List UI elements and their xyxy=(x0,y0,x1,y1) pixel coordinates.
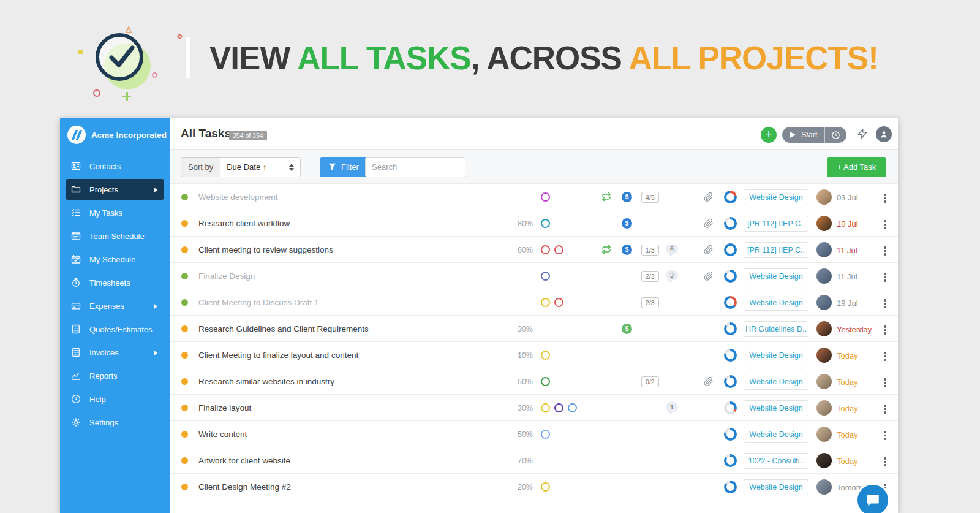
project-chip[interactable]: Website Design xyxy=(744,189,809,205)
table-row[interactable]: Client meeting to review suggestions 60%… xyxy=(170,237,898,263)
sidebar-item-contacts[interactable]: Contacts xyxy=(66,156,164,177)
project-chip[interactable]: Website Design xyxy=(744,348,809,363)
task-title[interactable]: Finalize layout xyxy=(198,403,251,412)
task-title[interactable]: Research client workflow xyxy=(198,219,290,228)
table-row[interactable]: Research Guidelines and Client Requireme… xyxy=(170,316,898,342)
task-title[interactable]: Artwork for client website xyxy=(198,456,290,465)
search-input[interactable] xyxy=(372,162,480,172)
table-row[interactable]: Write content 50% $ Website Design Today xyxy=(170,421,898,447)
sidebar-item-quotes-estimates[interactable]: Quotes/Estimates xyxy=(66,319,164,340)
row-menu-button[interactable] xyxy=(880,323,890,337)
expenses-icon xyxy=(71,301,81,311)
task-title[interactable]: Research Guidelines and Client Requireme… xyxy=(198,324,369,333)
sidebar-item-settings[interactable]: Settings xyxy=(66,412,164,433)
avatar[interactable] xyxy=(816,189,832,205)
table-row[interactable]: Finalize layout 30% $ 1 Website Design T… xyxy=(170,395,898,421)
chevron-right-icon xyxy=(153,349,158,358)
avatar[interactable] xyxy=(816,374,832,389)
avatar[interactable] xyxy=(816,321,832,336)
project-chip[interactable]: 1022 - Consulti.. xyxy=(744,453,809,469)
table-row[interactable]: Website development $ 4/5 Website Design… xyxy=(170,184,898,210)
project-chip[interactable]: Website Design xyxy=(744,268,809,284)
task-title[interactable]: Client Design Meeting #2 xyxy=(198,482,291,492)
task-title[interactable]: Research similar websites in industry xyxy=(198,377,334,386)
checkmark-logo xyxy=(91,29,158,94)
avatar[interactable] xyxy=(816,479,832,495)
sidebar-item-help[interactable]: Help xyxy=(66,389,164,409)
row-menu-button[interactable] xyxy=(880,349,890,363)
play-icon[interactable] xyxy=(790,132,796,138)
my-tasks-icon xyxy=(71,208,81,218)
project-chip[interactable]: Website Design xyxy=(744,479,809,495)
timesheets-icon xyxy=(71,278,81,287)
table-row[interactable]: Research client workflow 80% $ [PR 112] … xyxy=(170,210,898,237)
sidebar-item-expenses[interactable]: Expenses xyxy=(66,295,164,316)
task-title[interactable]: Website development xyxy=(198,192,278,202)
brand[interactable]: Acme Incorporated xyxy=(67,125,167,145)
table-row[interactable]: Finalize Design $ 2/3 3 Website Design 1… xyxy=(170,263,898,289)
account-icon[interactable] xyxy=(876,126,892,142)
tag-circles xyxy=(541,245,564,254)
avatar[interactable] xyxy=(816,216,832,231)
row-menu-button[interactable] xyxy=(880,402,890,416)
sidebar-item-my-schedule[interactable]: My Schedule xyxy=(66,249,164,270)
sort-dropdown[interactable]: Due Date ↑ xyxy=(220,157,301,177)
due-date: 11 Jul xyxy=(837,272,858,281)
avatar[interactable] xyxy=(816,427,832,442)
row-menu-button[interactable] xyxy=(880,218,890,232)
project-chip[interactable]: [PR 112] IIEP C.. xyxy=(744,216,809,232)
sort-control: Sort by Due Date ↑ xyxy=(181,157,301,177)
start-button[interactable]: Start xyxy=(801,131,817,139)
task-title[interactable]: Client Meeting to Discuss Draft 1 xyxy=(198,298,319,307)
add-task-button[interactable]: + Add Task xyxy=(827,157,886,177)
row-menu-button[interactable] xyxy=(880,270,890,284)
project-chip[interactable]: Website Design xyxy=(744,427,809,443)
repeat-icon xyxy=(601,245,612,257)
project-chip[interactable]: HR Guidelines D.. xyxy=(744,321,809,337)
row-menu-button[interactable] xyxy=(880,455,890,469)
row-menu-button[interactable] xyxy=(880,191,890,205)
tag-circle-icon xyxy=(541,482,550,492)
row-menu-button[interactable] xyxy=(880,376,890,390)
sidebar-item-team-schedule[interactable]: Team Schedule xyxy=(66,226,164,246)
timer-icon[interactable] xyxy=(825,131,846,140)
banner-title-part: , ACROSS xyxy=(471,40,629,76)
table-row[interactable]: Artwork for client website 70% $ 1022 - … xyxy=(170,447,898,474)
avaza-logo-icon xyxy=(67,126,86,144)
sidebar-item-my-tasks[interactable]: My Tasks xyxy=(66,202,164,223)
task-count-badge: 354 of 354 xyxy=(229,131,267,140)
project-chip[interactable]: Website Design xyxy=(744,295,809,311)
bolt-icon[interactable] xyxy=(857,127,868,143)
avatar[interactable] xyxy=(816,348,832,363)
sidebar-item-projects[interactable]: Projects xyxy=(66,179,164,200)
row-menu-button[interactable] xyxy=(880,244,890,258)
progress-donut xyxy=(724,322,737,335)
sidebar-item-reports[interactable]: Reports xyxy=(66,365,164,386)
avatar[interactable] xyxy=(816,268,832,284)
table-row[interactable]: Client Meeting to Discuss Draft 1 $ 2/3 … xyxy=(170,289,898,316)
avatar[interactable] xyxy=(816,295,832,310)
avatar[interactable] xyxy=(816,400,832,416)
table-row[interactable]: Research similar websites in industry 50… xyxy=(170,368,898,395)
project-chip[interactable]: Website Design xyxy=(744,374,809,390)
project-chip[interactable]: Website Design xyxy=(744,400,809,416)
avatar[interactable] xyxy=(816,242,832,257)
task-title[interactable]: Finalize Design xyxy=(198,272,255,281)
project-chip[interactable]: [PR 112] IIEP C.. xyxy=(744,242,809,258)
task-title[interactable]: Client Meeting to finalize layout and co… xyxy=(198,351,358,360)
attachment-icon xyxy=(704,218,714,231)
table-row[interactable]: Client Meeting to finalize layout and co… xyxy=(170,342,898,368)
row-menu-button[interactable] xyxy=(880,428,890,443)
quick-add-button[interactable]: + xyxy=(761,127,777,143)
avatar[interactable] xyxy=(816,453,832,468)
promo-banner: VIEW ALL TASKS, ACROSS ALL PROJECTS! xyxy=(0,0,980,118)
chat-widget-button[interactable] xyxy=(856,483,890,513)
task-title[interactable]: Write content xyxy=(198,430,247,439)
table-row[interactable]: Client Design Meeting #2 20% $ Website D… xyxy=(170,474,898,500)
task-title[interactable]: Client meeting to review suggestions xyxy=(198,245,333,254)
sidebar-item-timesheets[interactable]: Timesheets xyxy=(66,272,164,293)
row-menu-button[interactable] xyxy=(880,297,890,311)
sidebar-item-invoices[interactable]: Invoices xyxy=(66,342,164,363)
filter-button[interactable]: Filter xyxy=(320,157,368,177)
comment-badge: 3 xyxy=(666,270,678,280)
